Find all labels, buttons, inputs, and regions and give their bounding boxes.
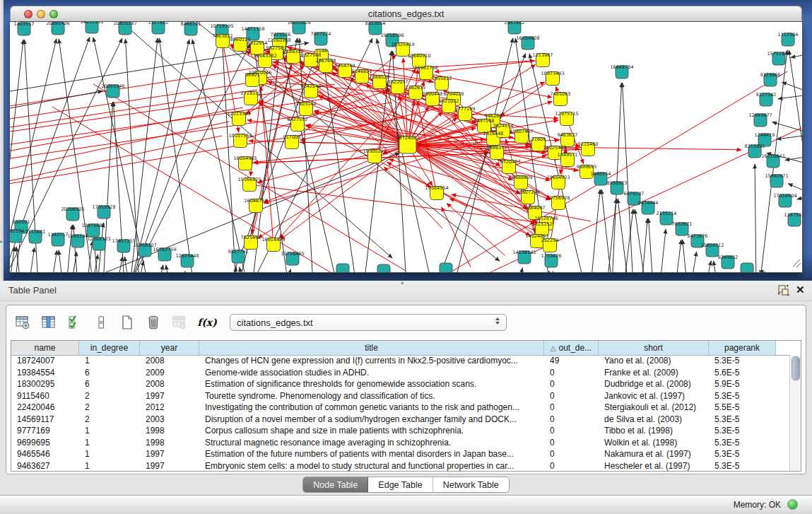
table-settings-icon[interactable] bbox=[13, 313, 32, 332]
expand-panel-arrow-icon[interactable]: ▸ bbox=[0, 239, 3, 245]
tab-node-table[interactable]: Node Table bbox=[303, 477, 368, 492]
cell-in_degree[interactable]: 6 bbox=[79, 368, 140, 378]
cell-year[interactable]: 1998 bbox=[140, 438, 199, 448]
cell-short[interactable]: Jankovic et al. (1997) bbox=[599, 391, 709, 401]
new-table-icon[interactable] bbox=[118, 313, 136, 332]
table-row[interactable]: 977716911998Corpus callosum shape and si… bbox=[11, 425, 790, 437]
tab-edge-table[interactable]: Edge Table bbox=[368, 477, 433, 492]
table-select-dropdown[interactable]: citations_edges.txt bbox=[230, 314, 507, 331]
cell-name[interactable]: 9777169 bbox=[11, 426, 79, 436]
cell-name[interactable]: 9465546 bbox=[11, 449, 79, 459]
cell-short[interactable]: Nakamura et al. (1997) bbox=[599, 449, 709, 459]
select-columns-icon[interactable] bbox=[40, 313, 58, 332]
tab-network-table[interactable]: Network Table bbox=[433, 477, 509, 492]
cell-pagerank[interactable]: 5.3E-5 bbox=[709, 356, 776, 366]
table-row[interactable]: 2242004622012Investigating the contribut… bbox=[11, 402, 790, 414]
cell-pagerank[interactable]: 5.3E-5 bbox=[709, 426, 776, 436]
table-row[interactable]: 946362711997Embryonic stem cells: a mode… bbox=[11, 460, 790, 472]
cell-short[interactable]: Yano et al. (2008) bbox=[599, 356, 709, 366]
cell-name[interactable]: 18724007 bbox=[11, 356, 79, 366]
cell-title[interactable]: Estimation of the future numbers of pati… bbox=[199, 449, 544, 459]
delete-table-icon[interactable] bbox=[144, 313, 163, 332]
cell-year[interactable]: 2012 bbox=[140, 402, 199, 412]
cell-year[interactable]: 2009 bbox=[140, 368, 199, 378]
cell-out_degree[interactable]: 0 bbox=[544, 379, 599, 389]
network-window-titlebar[interactable]: citations_edges.txt bbox=[10, 6, 802, 22]
cell-name[interactable]: 14569117 bbox=[11, 414, 79, 424]
cell-title[interactable]: Investigating the contribution of common… bbox=[199, 402, 544, 412]
table-row[interactable]: 1872400712008Changes of HCN gene express… bbox=[11, 355, 790, 367]
cell-name[interactable]: 18300295 bbox=[11, 379, 79, 389]
table-row[interactable]: 1938455462009Genome-wide association stu… bbox=[11, 367, 790, 379]
cell-year[interactable]: 2008 bbox=[140, 379, 199, 389]
cell-name[interactable]: 9699695 bbox=[11, 438, 79, 448]
cell-out_degree[interactable]: 0 bbox=[544, 426, 599, 436]
column-header-short[interactable]: short bbox=[599, 341, 709, 355]
cell-in_degree[interactable]: 1 bbox=[79, 426, 140, 436]
column-header-out_degree[interactable]: △out_de... bbox=[544, 341, 599, 355]
scrollbar-thumb[interactable] bbox=[792, 356, 800, 380]
graph-node[interactable] bbox=[377, 264, 390, 272]
cell-in_degree[interactable]: 2 bbox=[79, 402, 140, 412]
table-row[interactable]: 969969511998Structural magnetic resonanc… bbox=[11, 437, 790, 449]
function-builder-button[interactable]: f(x) bbox=[196, 313, 218, 332]
cell-in_degree[interactable]: 6 bbox=[79, 379, 140, 389]
splitter-arrow-icon[interactable]: ▴ bbox=[401, 279, 404, 286]
cell-short[interactable]: Wolkin et al. (1998) bbox=[599, 438, 709, 448]
cell-in_degree[interactable]: 1 bbox=[79, 356, 140, 366]
cell-pagerank[interactable]: 5.3E-5 bbox=[709, 461, 776, 471]
cell-out_degree[interactable]: 0 bbox=[544, 414, 599, 424]
column-header-in_degree[interactable]: in_degree bbox=[79, 341, 140, 355]
table-vertical-scrollbar[interactable] bbox=[789, 355, 801, 471]
cell-name[interactable]: 19384554 bbox=[11, 368, 79, 378]
table-row[interactable]: 911546021997Tourette syndrome. Phenomeno… bbox=[11, 390, 790, 402]
cell-pagerank[interactable]: 5.3E-5 bbox=[709, 391, 776, 401]
show-columns-checks-icon[interactable] bbox=[66, 313, 84, 332]
cell-year[interactable]: 1997 bbox=[140, 391, 199, 401]
cell-year[interactable]: 1998 bbox=[140, 426, 199, 436]
cell-pagerank[interactable]: 5.9E-5 bbox=[709, 379, 776, 389]
cell-year[interactable]: 2008 bbox=[140, 356, 199, 366]
canvas-resize-grip[interactable] bbox=[793, 259, 801, 267]
cell-in_degree[interactable]: 2 bbox=[79, 391, 140, 401]
cell-short[interactable]: Dudbridge et al. (2008) bbox=[599, 379, 709, 389]
cell-pagerank[interactable]: 5.5E-5 bbox=[709, 402, 776, 412]
cell-title[interactable]: Estimation of significance thresholds fo… bbox=[199, 379, 544, 389]
cell-title[interactable]: Structural magnetic resonance image aver… bbox=[199, 438, 544, 448]
cell-short[interactable]: de Silva et al. (2003) bbox=[599, 414, 709, 424]
cell-short[interactable]: Stergiakouli et al. (2012) bbox=[599, 402, 709, 412]
cell-out_degree[interactable]: 0 bbox=[544, 461, 599, 471]
table-row[interactable]: 1830029562008Estimation of significance … bbox=[11, 378, 790, 390]
cell-out_degree[interactable]: 49 bbox=[544, 356, 599, 366]
cell-title[interactable]: Corpus callosum shape and size in male p… bbox=[199, 426, 544, 436]
cell-year[interactable]: 1997 bbox=[140, 449, 199, 459]
column-header-name[interactable]: name bbox=[11, 341, 79, 355]
cell-name[interactable]: 22420046 bbox=[11, 402, 79, 412]
cell-out_degree[interactable]: 0 bbox=[544, 368, 599, 378]
table-row[interactable]: 946554611997Estimation of the future num… bbox=[11, 448, 790, 460]
column-header-pagerank[interactable]: pagerank bbox=[709, 341, 776, 355]
cell-in_degree[interactable]: 1 bbox=[79, 461, 140, 471]
cell-pagerank[interactable]: 5.6E-5 bbox=[709, 368, 776, 378]
cell-title[interactable]: Tourette syndrome. Phenomenology and cla… bbox=[199, 391, 544, 401]
cell-out_degree[interactable]: 0 bbox=[544, 438, 599, 448]
cell-in_degree[interactable]: 2 bbox=[79, 414, 140, 424]
row-options-icon[interactable] bbox=[92, 313, 110, 332]
cell-year[interactable]: 1997 bbox=[140, 461, 199, 471]
graph-node[interactable] bbox=[440, 263, 452, 272]
cell-in_degree[interactable]: 1 bbox=[79, 438, 140, 448]
cell-name[interactable]: 9463627 bbox=[11, 461, 79, 471]
cell-short[interactable]: Tibbo et al. (1998) bbox=[599, 426, 709, 436]
cell-short[interactable]: Franke et al. (2009) bbox=[599, 368, 709, 378]
column-header-title[interactable]: title bbox=[199, 341, 544, 355]
collapsed-left-panel-strip[interactable]: ▸ bbox=[0, 0, 4, 281]
cell-year[interactable]: 2003 bbox=[140, 414, 199, 424]
float-window-icon[interactable] bbox=[777, 284, 790, 297]
cell-short[interactable]: Hescheler et al. (1997) bbox=[599, 461, 709, 471]
table-row[interactable]: 1456911722003Disruption of a novel membe… bbox=[11, 414, 790, 426]
cell-title[interactable]: Genome-wide association studies in ADHD. bbox=[199, 368, 544, 378]
column-header-year[interactable]: year bbox=[140, 341, 199, 355]
cell-out_degree[interactable]: 0 bbox=[544, 449, 599, 459]
cell-in_degree[interactable]: 1 bbox=[79, 449, 140, 459]
graph-node[interactable] bbox=[336, 264, 349, 272]
